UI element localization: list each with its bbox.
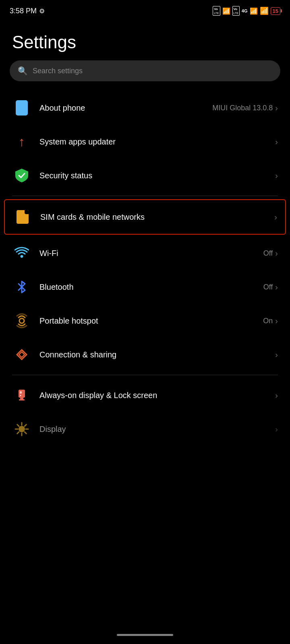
- page-title: Settings: [0, 20, 290, 60]
- hotspot-icon: [12, 311, 31, 330]
- display-icon: [12, 419, 31, 439]
- svg-marker-2: [19, 352, 25, 357]
- settings-item-system-apps-updater[interactable]: ↑ System apps updater ›: [0, 125, 290, 159]
- system-apps-right: ›: [275, 137, 278, 147]
- settings-item-about-phone[interactable]: About phone MIUI Global 13.0.8 ›: [0, 91, 290, 125]
- system-apps-icon: ↑: [12, 132, 31, 151]
- wifi-label: Wi-Fi: [39, 249, 263, 258]
- divider-1: [12, 196, 278, 196]
- signal-bars-1: 📶: [222, 7, 230, 15]
- volte-signal-1: VoLTE: [213, 6, 220, 16]
- security-status-chevron: ›: [275, 171, 278, 180]
- connection-sharing-chevron: ›: [275, 350, 278, 359]
- settings-item-bluetooth[interactable]: Bluetooth Off ›: [0, 270, 290, 304]
- settings-item-always-on-display[interactable]: Always-on display & Lock screen ›: [0, 378, 290, 412]
- bluetooth-chevron: ›: [275, 283, 278, 292]
- wifi-icon: 📶: [260, 6, 269, 15]
- battery-level: 15: [273, 8, 278, 14]
- bluetooth-label: Bluetooth: [39, 283, 263, 292]
- status-time: 3:58 PM ⚙: [10, 7, 45, 15]
- system-apps-content: System apps updater: [39, 137, 275, 147]
- about-phone-right: MIUI Global 13.0.8 ›: [212, 103, 278, 113]
- display-chevron: ›: [275, 425, 278, 434]
- battery-indicator: 15: [271, 7, 280, 15]
- settings-item-connection-sharing[interactable]: Connection & sharing ›: [0, 338, 290, 372]
- signal-bars-2: 📶: [250, 7, 258, 15]
- bluetooth-value: Off: [263, 283, 273, 291]
- status-bar: 3:58 PM ⚙ VoLTE 📶 VoLTE 4G 📶 📶 15: [0, 0, 290, 20]
- hotspot-content: Portable hotspot: [39, 316, 263, 326]
- always-on-display-label: Always-on display & Lock screen: [39, 391, 275, 400]
- settings-item-wifi[interactable]: Wi-Fi Off ›: [0, 236, 290, 270]
- svg-rect-6: [20, 391, 22, 394]
- connection-sharing-right: ›: [275, 350, 278, 359]
- system-apps-chevron: ›: [275, 137, 278, 147]
- network-4g: 4G: [242, 8, 248, 13]
- hotspot-chevron: ›: [275, 316, 278, 326]
- wifi-value: Off: [263, 249, 273, 258]
- security-status-icon: [12, 166, 31, 185]
- svg-rect-3: [19, 390, 25, 398]
- search-placeholder: Search settings: [33, 67, 83, 75]
- svg-line-12: [17, 425, 19, 426]
- bottom-nav-bar: [117, 634, 173, 636]
- settings-item-security-status[interactable]: Security status ›: [0, 159, 290, 192]
- svg-point-0: [19, 318, 24, 323]
- search-bar[interactable]: 🔍 Search settings: [10, 60, 280, 81]
- connection-sharing-content: Connection & sharing: [39, 350, 275, 359]
- wifi-chevron: ›: [275, 249, 278, 258]
- about-phone-icon: [12, 98, 31, 118]
- volte-signal-2: VoLTE: [232, 6, 240, 16]
- sim-cards-right: ›: [274, 213, 277, 222]
- hotspot-value: On: [263, 317, 273, 325]
- display-label: Display: [39, 425, 275, 434]
- display-right: ›: [275, 425, 278, 434]
- wifi-settings-icon: [12, 244, 31, 263]
- bluetooth-right: Off ›: [263, 283, 278, 292]
- wifi-content: Wi-Fi: [39, 249, 263, 258]
- about-phone-content: About phone: [39, 103, 212, 113]
- always-on-display-icon: [12, 386, 31, 405]
- security-status-right: ›: [275, 171, 278, 180]
- svg-line-15: [17, 432, 19, 433]
- status-icons: VoLTE 📶 VoLTE 4G 📶 📶 15: [213, 6, 280, 16]
- gear-icon: ⚙: [39, 7, 45, 15]
- sim-cards-label: SIM cards & mobile networks: [40, 213, 274, 222]
- svg-rect-5: [19, 399, 25, 400]
- svg-line-14: [25, 425, 26, 426]
- settings-item-display[interactable]: Display ›: [0, 412, 290, 446]
- sim-cards-icon: [13, 207, 32, 227]
- always-on-display-right: ›: [275, 391, 278, 400]
- hotspot-right: On ›: [263, 316, 278, 326]
- about-phone-chevron: ›: [275, 103, 278, 113]
- divider-2: [12, 375, 278, 375]
- display-content: Display: [39, 425, 275, 434]
- always-on-display-chevron: ›: [275, 391, 278, 400]
- security-status-content: Security status: [39, 171, 275, 180]
- bluetooth-content: Bluetooth: [39, 283, 263, 292]
- svg-point-7: [19, 426, 25, 432]
- about-phone-value: MIUI Global 13.0.8: [212, 104, 273, 112]
- settings-item-hotspot[interactable]: Portable hotspot On ›: [0, 304, 290, 338]
- search-icon: 🔍: [18, 66, 28, 76]
- always-on-display-content: Always-on display & Lock screen: [39, 391, 275, 400]
- sim-cards-content: SIM cards & mobile networks: [40, 213, 274, 222]
- settings-list: About phone MIUI Global 13.0.8 › ↑ Syste…: [0, 91, 290, 446]
- about-phone-label: About phone: [39, 103, 212, 113]
- bluetooth-icon: [12, 277, 31, 297]
- time-display: 3:58 PM: [10, 7, 37, 15]
- connection-sharing-label: Connection & sharing: [39, 350, 275, 359]
- security-status-label: Security status: [39, 171, 275, 180]
- system-apps-label: System apps updater: [39, 137, 275, 147]
- hotspot-label: Portable hotspot: [39, 316, 263, 326]
- svg-line-13: [25, 432, 26, 433]
- settings-item-sim-cards[interactable]: SIM cards & mobile networks ›: [4, 199, 286, 235]
- wifi-right: Off ›: [263, 249, 278, 258]
- connection-sharing-icon: [12, 345, 31, 364]
- sim-cards-chevron: ›: [274, 213, 277, 222]
